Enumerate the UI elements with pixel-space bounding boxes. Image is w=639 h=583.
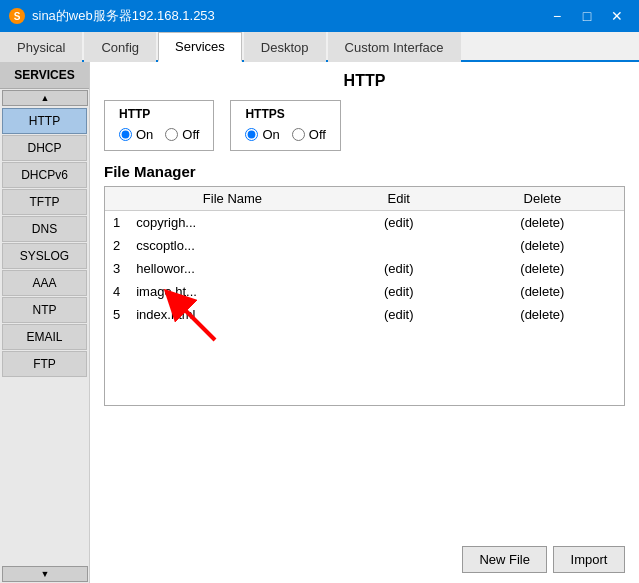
http-off-label: Off — [182, 127, 199, 142]
row-filename: image.ht... — [128, 280, 336, 303]
row-filename: hellowor... — [128, 257, 336, 280]
sidebar-item-ftp[interactable]: FTP — [2, 351, 87, 377]
https-off-option[interactable]: Off — [292, 127, 326, 142]
row-delete[interactable]: (delete) — [461, 257, 624, 280]
import-button[interactable]: Import — [553, 546, 625, 573]
close-button[interactable]: ✕ — [603, 2, 631, 30]
https-off-label: Off — [309, 127, 326, 142]
sidebar-item-ntp[interactable]: NTP — [2, 297, 87, 323]
table-row: 3 hellowor... (edit) (delete) — [105, 257, 624, 280]
content-area: HTTP HTTP On Off HTTPS — [90, 62, 639, 583]
row-delete[interactable]: (delete) — [461, 211, 624, 235]
row-num: 2 — [105, 234, 128, 257]
table-row: 4 image.ht... (edit) (delete) — [105, 280, 624, 303]
sidebar-title: SERVICES — [0, 62, 89, 89]
sidebar-item-syslog[interactable]: SYSLOG — [2, 243, 87, 269]
row-num: 5 — [105, 303, 128, 326]
https-radio-row: On Off — [245, 127, 325, 142]
table-row: 1 copyrigh... (edit) (delete) — [105, 211, 624, 235]
title-bar: S sina的web服务器192.168.1.253 − □ ✕ — [0, 0, 639, 32]
app-icon: S — [8, 7, 26, 25]
title-bar-left: S sina的web服务器192.168.1.253 — [8, 7, 215, 25]
https-group-label: HTTPS — [245, 107, 325, 121]
main-content: SERVICES ▲ HTTP DHCP DHCPv6 TFTP DNS SYS… — [0, 62, 639, 583]
row-delete[interactable]: (delete) — [461, 234, 624, 257]
bottom-buttons: New File Import — [104, 542, 625, 573]
sidebar-item-dns[interactable]: DNS — [2, 216, 87, 242]
svg-text:S: S — [14, 11, 21, 22]
sidebar-item-dhcpv6[interactable]: DHCPv6 — [2, 162, 87, 188]
sidebar-item-tftp[interactable]: TFTP — [2, 189, 87, 215]
row-edit[interactable]: (edit) — [337, 257, 461, 280]
http-group-label: HTTP — [119, 107, 199, 121]
row-num: 4 — [105, 280, 128, 303]
http-off-radio[interactable] — [165, 128, 178, 141]
scroll-down-button[interactable]: ▼ — [2, 566, 88, 582]
http-on-label: On — [136, 127, 153, 142]
row-edit[interactable]: (edit) — [337, 303, 461, 326]
col-edit: Edit — [337, 187, 461, 211]
file-table-container: File Name Edit Delete 1 copyrigh... (edi… — [104, 186, 625, 406]
row-num: 3 — [105, 257, 128, 280]
file-manager-title: File Manager — [104, 163, 625, 180]
sidebar-item-aaa[interactable]: AAA — [2, 270, 87, 296]
row-edit — [337, 234, 461, 257]
tab-services[interactable]: Services — [158, 32, 242, 62]
sidebar: SERVICES ▲ HTTP DHCP DHCPv6 TFTP DNS SYS… — [0, 62, 90, 583]
col-num — [105, 187, 128, 211]
http-radio-row: On Off — [119, 127, 199, 142]
minimize-button[interactable]: − — [543, 2, 571, 30]
tab-custom-interface[interactable]: Custom Interface — [328, 32, 461, 62]
maximize-button[interactable]: □ — [573, 2, 601, 30]
radio-section: HTTP On Off HTTPS — [104, 100, 625, 151]
table-header-row: File Name Edit Delete — [105, 187, 624, 211]
table-row: 5 index.html (edit) (delete) — [105, 303, 624, 326]
https-off-radio[interactable] — [292, 128, 305, 141]
sidebar-item-email[interactable]: EMAIL — [2, 324, 87, 350]
row-edit[interactable]: (edit) — [337, 280, 461, 303]
http-on-option[interactable]: On — [119, 127, 153, 142]
tab-desktop[interactable]: Desktop — [244, 32, 326, 62]
row-num: 1 — [105, 211, 128, 235]
row-filename: index.html — [128, 303, 336, 326]
https-on-radio[interactable] — [245, 128, 258, 141]
http-on-radio[interactable] — [119, 128, 132, 141]
content-title: HTTP — [104, 72, 625, 90]
row-delete[interactable]: (delete) — [461, 303, 624, 326]
tab-physical[interactable]: Physical — [0, 32, 82, 62]
col-delete: Delete — [461, 187, 624, 211]
file-table: File Name Edit Delete 1 copyrigh... (edi… — [105, 187, 624, 326]
http-radio-group: HTTP On Off — [104, 100, 214, 151]
row-edit[interactable]: (edit) — [337, 211, 461, 235]
tab-bar: Physical Config Services Desktop Custom … — [0, 32, 639, 62]
new-file-button[interactable]: New File — [462, 546, 547, 573]
https-on-option[interactable]: On — [245, 127, 279, 142]
window-title: sina的web服务器192.168.1.253 — [32, 7, 215, 25]
row-filename: cscoptlo... — [128, 234, 336, 257]
http-off-option[interactable]: Off — [165, 127, 199, 142]
window-controls: − □ ✕ — [543, 2, 631, 30]
file-table-wrapper: File Name Edit Delete 1 copyrigh... (edi… — [104, 186, 625, 534]
https-on-label: On — [262, 127, 279, 142]
scroll-up-button[interactable]: ▲ — [2, 90, 88, 106]
col-filename: File Name — [128, 187, 336, 211]
sidebar-list: HTTP DHCP DHCPv6 TFTP DNS SYSLOG AAA NTP… — [0, 107, 89, 565]
table-row: 2 cscoptlo... (delete) — [105, 234, 624, 257]
tab-config[interactable]: Config — [84, 32, 156, 62]
row-delete[interactable]: (delete) — [461, 280, 624, 303]
sidebar-item-http[interactable]: HTTP — [2, 108, 87, 134]
https-radio-group: HTTPS On Off — [230, 100, 340, 151]
row-filename: copyrigh... — [128, 211, 336, 235]
sidebar-item-dhcp[interactable]: DHCP — [2, 135, 87, 161]
